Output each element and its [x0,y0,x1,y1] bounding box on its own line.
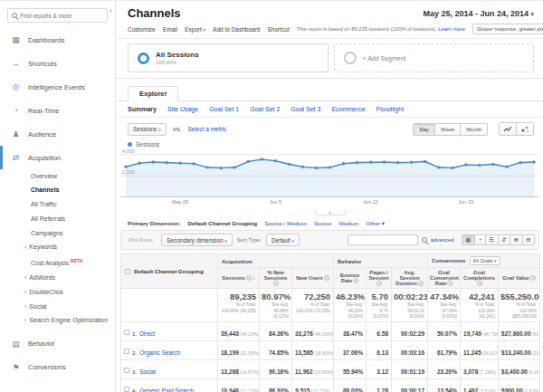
sidebar-item-conversions[interactable]: ⚑Conversions [0,356,115,379]
row-checkbox[interactable] [124,330,129,335]
plot-rows-button[interactable]: Plot Rows [125,235,157,244]
help-icon[interactable]: ? [324,275,329,281]
data-point[interactable] [274,159,277,162]
collapse-sidebar-icon[interactable]: ‹ [110,6,112,15]
sidebar-item-behavior[interactable]: ▤Behavior [0,332,115,356]
data-point[interactable] [165,161,167,164]
primary-dimension-source-medium[interactable]: Source / Medium [264,220,307,226]
sidebar-item-intelligence-events[interactable]: ◎Intelligence Events [0,75,115,99]
sidebar-item-adwords[interactable]: ›AdWords [0,272,115,286]
help-icon[interactable]: ? [447,281,452,286]
column-header-new-sessions[interactable]: % New Sessions? [260,268,292,289]
data-point[interactable] [464,163,467,166]
primary-dimension-default-channel-grouping[interactable]: Default Channel Grouping [187,220,257,226]
sidebar-item-search-engine-optimization[interactable]: ›Search Engine Optimization [0,314,115,329]
subtab-floodlight[interactable]: Floodlight [376,106,404,112]
segment-all-sessions[interactable]: All Sessions 100.00% [128,43,329,72]
data-point[interactable] [437,166,440,168]
primary-dimension-medium[interactable]: Medium [339,220,359,226]
all-goals-select[interactable]: All Goals ▾ [470,256,500,265]
add-to-dashboard-button[interactable]: Add to Dashboard [213,26,260,33]
channel-link-social[interactable]: Social [139,368,156,375]
column-header-new-users[interactable]: New Users? [292,268,334,289]
sidebar-item-overview[interactable]: Overview [0,169,115,184]
data-point[interactable] [491,163,494,166]
data-point[interactable] [151,160,154,163]
table-search-icon[interactable] [422,237,427,243]
help-icon[interactable]: ? [376,281,382,286]
data-point[interactable] [315,167,318,169]
column-header-pages-session[interactable]: Pages / Session? [367,268,392,289]
data-point[interactable] [301,166,304,168]
data-point[interactable] [220,167,223,169]
learn-more-link[interactable]: Learn more [438,26,465,32]
percentage-view-icon[interactable]: ◔ [475,234,486,245]
data-view-icon[interactable]: ▦ [462,234,475,245]
help-icon[interactable]: ? [353,278,358,283]
export-button[interactable]: Export ▾ [185,26,205,33]
sidebar-item-shortcuts[interactable]: ↔Shortcuts [0,52,115,75]
data-point[interactable] [342,162,345,165]
email-button[interactable]: Email [163,26,177,33]
sidebar-item-acquisition[interactable]: ⇄Acquisition [0,146,115,169]
add-segment-button[interactable]: + Add Segment [334,43,535,72]
subtab-goal-set-3[interactable]: Goal Set 3 [291,106,320,112]
subtab-goal-set-1[interactable]: Goal Set 1 [209,106,239,112]
column-header-goal-conversion-rate[interactable]: Goal Conversion Rate? [428,268,461,289]
column-header-bounce-rate[interactable]: Bounce Rate? [334,268,367,289]
row-checkbox[interactable] [124,349,129,354]
tab-explorer[interactable]: Explorer [128,86,178,101]
column-header-avg-session-duration[interactable]: Avg. Session Duration? [392,268,428,289]
date-range-picker[interactable]: May 25, 2014 - Jun 24, 2014 ▾ [423,9,534,18]
sort-desc-icon[interactable]: ↓ [252,275,255,281]
report-search-input[interactable] [20,13,103,19]
help-icon[interactable]: ? [246,275,252,281]
column-header-goal-value[interactable]: Goal Value? [499,268,540,289]
granularity-week-button[interactable]: Week [435,123,461,136]
data-point[interactable] [424,160,426,163]
data-point[interactable] [519,161,521,164]
data-point[interactable] [124,166,127,168]
pivot-view-icon[interactable]: ⊞ [523,234,535,245]
subtab-summary[interactable]: Summary [128,106,157,112]
secondary-dimension-select[interactable]: Secondary dimension ▾ [161,234,233,246]
sidebar-item-social[interactable]: ›Social [0,300,115,314]
data-point[interactable] [178,161,181,164]
subtab-goal-set-2[interactable]: Goal Set 2 [250,106,280,112]
sessions-chart[interactable]: 2,0004,000May 29Jun 5Jun 12Jun 19 [120,150,539,210]
sampling-precision-select[interactable]: Slower response, greater precision ▾ [472,24,543,34]
data-point[interactable] [410,161,413,164]
help-icon[interactable]: ? [273,281,279,286]
subtab-site-usage[interactable]: Site Usage [167,106,198,112]
help-icon[interactable]: ? [477,281,482,286]
granularity-day-button[interactable]: Day [413,123,435,136]
data-point[interactable] [356,161,358,164]
data-point[interactable] [247,160,250,163]
data-point[interactable] [478,164,481,167]
sidebar-item-real-time[interactable]: ◔Real-Time [0,99,115,122]
data-point[interactable] [383,160,386,163]
sidebar-item-keywords[interactable]: ›Keywords [0,241,115,255]
primary-dimension-other[interactable]: Other ▾ [367,220,385,226]
customize-button[interactable]: Customize [128,26,156,33]
column-header-sessions[interactable]: Sessions?↓ [218,268,260,289]
data-point[interactable] [192,162,195,165]
column-header-goal-completions[interactable]: Goal Completions? [461,268,499,289]
row-checkbox[interactable] [124,368,129,373]
shortcut-button[interactable]: Shortcut [267,26,289,33]
motion-chart-button[interactable] [517,122,534,136]
data-point[interactable] [233,166,236,168]
comparison-view-icon[interactable]: ⇵ [499,234,510,245]
data-point[interactable] [505,166,508,168]
data-point[interactable] [451,167,453,169]
data-point[interactable] [138,161,140,164]
sort-type-select[interactable]: Default ▾ [266,234,300,246]
performance-view-icon[interactable]: ☰ [486,234,499,245]
data-point[interactable] [396,161,399,164]
channel-link-direct[interactable]: Direct [139,330,155,337]
sidebar-item-cost-analysis[interactable]: Cost AnalysisBETA [0,255,115,272]
metric-select[interactable]: Sessions ▾ [128,123,167,136]
data-point[interactable] [329,166,331,168]
data-point[interactable] [369,161,372,164]
granularity-month-button[interactable]: Month [461,123,488,136]
